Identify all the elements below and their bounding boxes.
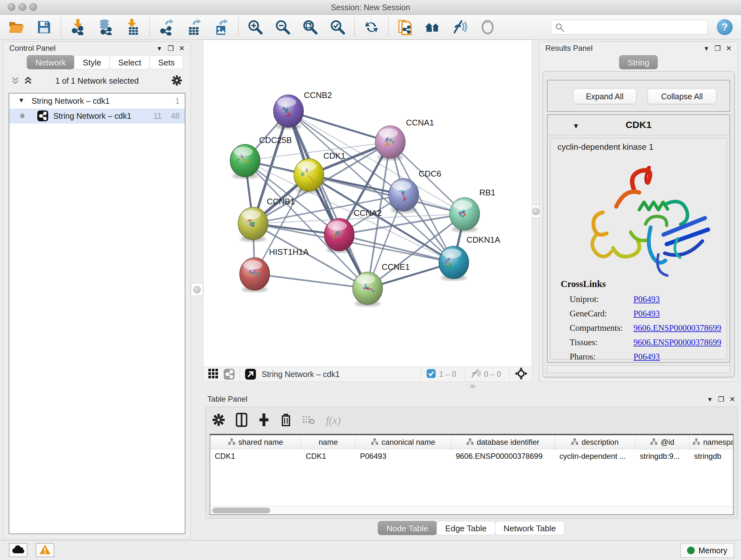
vertical-splitter-left[interactable] [191,40,203,540]
splitter-handle[interactable] [470,384,475,388]
column-header-namespace[interactable]: namespace [690,435,734,449]
function-builder-icon[interactable]: f(x) [326,415,341,427]
crosslink-link[interactable]: 9606.ENSP00000378699 [633,337,721,347]
export-image-icon[interactable] [213,19,230,36]
network-edge[interactable] [288,111,390,142]
open-session-icon[interactable] [8,19,25,36]
crosslink-label: Compartments: [569,321,633,335]
hidden-count-label: 0 – 0 [484,370,501,379]
export-table-icon[interactable] [186,19,202,36]
gear-icon[interactable] [172,75,182,87]
home-icon[interactable] [424,19,441,36]
zoom-in-icon[interactable] [247,19,264,36]
window-title: Session: New Session [0,0,741,15]
memory-button[interactable]: Memory [680,543,734,558]
column-header-shared-name[interactable]: shared name [210,435,301,449]
tab-edge-table[interactable]: Edge Table [436,521,495,535]
splitter-handle[interactable] [532,207,540,215]
cloud-button[interactable] [9,543,27,557]
column-header-description[interactable]: description [555,435,635,449]
column-header-@id[interactable]: @id [635,435,690,449]
zoom-selected-icon[interactable] [329,19,346,36]
table-header-row: shared namenamecanonical namedatabase id… [210,435,733,449]
delete-column-icon[interactable] [280,413,291,428]
refresh-icon[interactable] [363,19,380,36]
export-network-icon[interactable] [158,19,175,36]
network-edge[interactable] [255,274,367,288]
eye-icon[interactable] [479,19,496,36]
edge-count: 48 [171,111,180,121]
crosslink-link[interactable]: P06493 [633,294,660,304]
crosslink-link[interactable]: P06493 [633,309,660,318]
panel-menu-icon[interactable]: ▾ [704,44,708,53]
hide-glasses-icon[interactable] [452,19,468,36]
tab-style[interactable]: Style [74,55,110,69]
horizontal-splitter[interactable] [203,382,741,393]
columns-icon[interactable] [236,413,247,428]
network-tree-child-row[interactable]: String Network – cdk1 11 48 [9,109,185,124]
panel-float-icon[interactable]: ❐ [715,44,721,53]
selected-checkbox-icon[interactable] [426,369,436,380]
expand-all-button[interactable]: Expand All [573,89,636,104]
column-header-canonical-name[interactable]: canonical name [355,435,451,449]
vertical-splitter-right[interactable] [532,40,539,382]
main-toolbar: ? [0,15,741,40]
crosslink-link[interactable]: P06493 [633,352,660,361]
share-document-icon[interactable] [397,19,414,36]
tab-network[interactable]: Network [27,55,74,69]
panel-float-icon[interactable]: ❐ [167,44,174,53]
panel-menu-icon[interactable]: ▾ [708,395,712,403]
results-panel-header: Results Panel ▾ ❐ ✕ [540,42,738,54]
birds-eye-view-icon[interactable] [515,367,528,381]
collapse-all-button[interactable]: Collapse All [648,89,717,104]
toolbar-separator [354,18,355,37]
string-view-icon[interactable] [224,369,234,380]
results-panel-title: Results Panel [545,44,593,53]
warning-button[interactable] [36,543,54,557]
hidden-eye-icon[interactable] [470,369,481,380]
tab-sets[interactable]: Sets [149,55,183,69]
crosslink-link[interactable]: 9606.ENSP00000378699 [633,323,721,333]
import-network-database-icon[interactable] [97,19,114,36]
panel-menu-icon[interactable]: ▾ [158,44,161,53]
collapse-triangle-icon[interactable]: ▼ [18,97,24,104]
table-horizontal-scrollbar[interactable] [210,506,733,514]
import-network-file-icon[interactable] [70,19,86,36]
add-column-icon[interactable] [258,413,270,428]
panel-float-icon[interactable]: ❐ [718,395,724,403]
network-tree-root-row[interactable]: ▼ String Network – cdk1 1 [9,94,185,109]
gear-icon[interactable] [212,414,225,428]
import-table-icon[interactable] [125,19,141,36]
node-table[interactable]: shared namenamecanonical namedatabase id… [210,434,734,515]
results-panel: Results Panel ▾ ❐ ✕ String Expand All Co… [539,42,738,382]
panel-close-icon[interactable]: ✕ [726,44,732,53]
tab-node-table[interactable]: Node Table [378,521,437,535]
help-button[interactable]: ? [717,19,733,35]
network-canvas[interactable]: CCNB2CCNA1CDC25BCDK1CDC6RB1CCNB1CCNA2CDK… [203,40,532,367]
crosslink-row: GeneCard:P06493 [569,307,724,321]
results-scrollbar[interactable] [547,365,730,373]
column-header-name[interactable]: name [301,435,355,449]
tab-network-table[interactable]: Network Table [495,521,564,535]
view-grid-icon[interactable] [208,368,219,380]
panel-close-icon[interactable]: ✕ [730,395,735,403]
column-header-database-identifier[interactable]: database identifier [451,435,555,449]
panel-close-icon[interactable]: ✕ [179,44,185,53]
shared-column-icon [228,438,235,447]
splitter-handle[interactable] [193,286,201,294]
zoom-fit-icon[interactable] [302,19,319,36]
zoom-out-icon[interactable] [274,19,291,36]
open-external-icon[interactable] [245,369,256,380]
gene-header-row[interactable]: ▼ CDK1 [548,115,730,135]
search-input[interactable] [551,20,708,35]
shared-column-icon [371,438,378,447]
node-count: 11 [153,111,162,121]
clear-table-icon[interactable] [302,415,315,426]
tab-select[interactable]: Select [110,55,150,69]
network-tree: ▼ String Network – cdk1 1 String Network… [9,93,185,534]
scrollbar-thumb[interactable] [212,508,270,513]
network-edge[interactable] [288,111,367,288]
save-session-icon[interactable] [36,19,52,36]
tab-string[interactable]: String [619,55,658,69]
table-row[interactable]: CDK1CDK1P064939606.ENSP00000378699cyclin… [210,449,733,464]
